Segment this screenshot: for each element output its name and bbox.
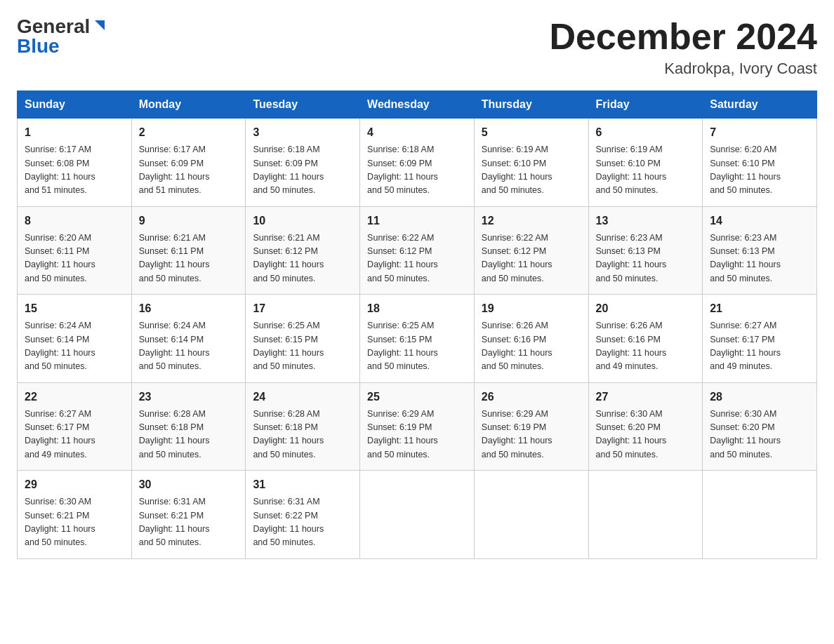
day-number: 18 (367, 300, 467, 317)
day-cell: 11Sunrise: 6:22 AM Sunset: 6:12 PM Dayli… (360, 206, 475, 295)
day-number: 2 (139, 124, 239, 141)
column-header-friday: Friday (588, 91, 703, 119)
day-info: Sunrise: 6:21 AM Sunset: 6:12 PM Dayligh… (253, 232, 352, 286)
day-number: 11 (367, 213, 467, 229)
day-cell: 15Sunrise: 6:24 AM Sunset: 6:14 PM Dayli… (18, 295, 132, 383)
day-cell: 8Sunrise: 6:20 AM Sunset: 6:11 PM Daylig… (18, 206, 132, 295)
day-cell: 20Sunrise: 6:26 AM Sunset: 6:16 PM Dayli… (588, 295, 703, 383)
day-cell: 30Sunrise: 6:31 AM Sunset: 6:21 PM Dayli… (131, 471, 246, 559)
day-cell: 27Sunrise: 6:30 AM Sunset: 6:20 PM Dayli… (588, 382, 703, 471)
week-row-4: 22Sunrise: 6:27 AM Sunset: 6:17 PM Dayli… (18, 382, 817, 471)
day-info: Sunrise: 6:21 AM Sunset: 6:11 PM Dayligh… (139, 232, 239, 286)
day-info: Sunrise: 6:28 AM Sunset: 6:18 PM Dayligh… (253, 408, 352, 462)
column-header-monday: Monday (131, 91, 246, 119)
day-number: 24 (253, 389, 352, 405)
day-number: 30 (139, 476, 239, 493)
week-row-2: 8Sunrise: 6:20 AM Sunset: 6:11 PM Daylig… (18, 206, 817, 295)
day-number: 14 (710, 213, 809, 229)
day-number: 23 (139, 389, 239, 405)
day-info: Sunrise: 6:30 AM Sunset: 6:20 PM Dayligh… (596, 408, 696, 462)
day-cell: 1Sunrise: 6:17 AM Sunset: 6:08 PM Daylig… (18, 119, 132, 207)
logo-general-text: General (17, 17, 90, 36)
day-cell: 2Sunrise: 6:17 AM Sunset: 6:09 PM Daylig… (131, 119, 246, 207)
day-number: 13 (596, 213, 696, 229)
day-cell: 7Sunrise: 6:20 AM Sunset: 6:10 PM Daylig… (703, 119, 817, 207)
day-cell: 6Sunrise: 6:19 AM Sunset: 6:10 PM Daylig… (588, 119, 703, 207)
day-cell: 24Sunrise: 6:28 AM Sunset: 6:18 PM Dayli… (246, 382, 360, 471)
day-info: Sunrise: 6:24 AM Sunset: 6:14 PM Dayligh… (25, 319, 124, 374)
day-number: 26 (482, 389, 581, 405)
logo-arrow-icon (92, 18, 107, 36)
day-cell: 29Sunrise: 6:30 AM Sunset: 6:21 PM Dayli… (18, 471, 132, 559)
day-cell: 26Sunrise: 6:29 AM Sunset: 6:19 PM Dayli… (474, 382, 588, 471)
column-header-tuesday: Tuesday (246, 91, 360, 119)
day-info: Sunrise: 6:17 AM Sunset: 6:09 PM Dayligh… (139, 143, 239, 198)
day-info: Sunrise: 6:29 AM Sunset: 6:19 PM Dayligh… (482, 408, 581, 462)
day-cell: 25Sunrise: 6:29 AM Sunset: 6:19 PM Dayli… (360, 382, 475, 471)
title-block: December 2024 Kadrokpa, Ivory Coast (549, 17, 817, 78)
day-number: 31 (253, 476, 352, 493)
day-cell: 18Sunrise: 6:25 AM Sunset: 6:15 PM Dayli… (360, 295, 475, 383)
day-number: 28 (710, 389, 809, 405)
day-cell: 4Sunrise: 6:18 AM Sunset: 6:09 PM Daylig… (360, 119, 475, 207)
day-info: Sunrise: 6:26 AM Sunset: 6:16 PM Dayligh… (596, 319, 696, 374)
week-row-5: 29Sunrise: 6:30 AM Sunset: 6:21 PM Dayli… (18, 471, 817, 559)
day-number: 22 (25, 389, 124, 405)
day-cell: 17Sunrise: 6:25 AM Sunset: 6:15 PM Dayli… (246, 295, 360, 383)
week-row-3: 15Sunrise: 6:24 AM Sunset: 6:14 PM Dayli… (18, 295, 817, 383)
day-info: Sunrise: 6:25 AM Sunset: 6:15 PM Dayligh… (367, 319, 467, 374)
calendar-header-row: SundayMondayTuesdayWednesdayThursdayFrid… (18, 91, 817, 119)
day-number: 29 (25, 476, 124, 493)
day-cell: 19Sunrise: 6:26 AM Sunset: 6:16 PM Dayli… (474, 295, 588, 383)
day-info: Sunrise: 6:22 AM Sunset: 6:12 PM Dayligh… (482, 232, 581, 286)
day-number: 17 (253, 300, 352, 317)
day-info: Sunrise: 6:17 AM Sunset: 6:08 PM Dayligh… (25, 143, 124, 198)
day-info: Sunrise: 6:30 AM Sunset: 6:20 PM Dayligh… (710, 408, 809, 462)
day-info: Sunrise: 6:18 AM Sunset: 6:09 PM Dayligh… (367, 143, 467, 198)
day-number: 15 (25, 300, 124, 317)
day-number: 21 (710, 300, 809, 317)
day-cell (588, 471, 703, 559)
day-cell: 21Sunrise: 6:27 AM Sunset: 6:17 PM Dayli… (703, 295, 817, 383)
day-info: Sunrise: 6:27 AM Sunset: 6:17 PM Dayligh… (710, 319, 809, 374)
day-cell (703, 471, 817, 559)
column-header-sunday: Sunday (18, 91, 132, 119)
day-cell: 10Sunrise: 6:21 AM Sunset: 6:12 PM Dayli… (246, 206, 360, 295)
day-info: Sunrise: 6:27 AM Sunset: 6:17 PM Dayligh… (25, 408, 124, 462)
day-number: 19 (482, 300, 581, 317)
day-info: Sunrise: 6:30 AM Sunset: 6:21 PM Dayligh… (25, 495, 124, 550)
day-number: 12 (482, 213, 581, 229)
day-number: 25 (367, 389, 467, 405)
day-number: 8 (25, 213, 124, 229)
svg-marker-0 (95, 20, 105, 30)
day-info: Sunrise: 6:19 AM Sunset: 6:10 PM Dayligh… (596, 143, 696, 198)
day-number: 10 (253, 213, 352, 229)
day-cell: 31Sunrise: 6:31 AM Sunset: 6:22 PM Dayli… (246, 471, 360, 559)
day-info: Sunrise: 6:20 AM Sunset: 6:10 PM Dayligh… (710, 143, 809, 198)
day-number: 27 (596, 389, 696, 405)
day-info: Sunrise: 6:26 AM Sunset: 6:16 PM Dayligh… (482, 319, 581, 374)
day-cell: 16Sunrise: 6:24 AM Sunset: 6:14 PM Dayli… (131, 295, 246, 383)
day-cell (474, 471, 588, 559)
day-info: Sunrise: 6:31 AM Sunset: 6:22 PM Dayligh… (253, 495, 352, 550)
day-info: Sunrise: 6:22 AM Sunset: 6:12 PM Dayligh… (367, 232, 467, 286)
page-header: General Blue December 2024 Kadrokpa, Ivo… (17, 17, 817, 78)
day-cell: 5Sunrise: 6:19 AM Sunset: 6:10 PM Daylig… (474, 119, 588, 207)
week-row-1: 1Sunrise: 6:17 AM Sunset: 6:08 PM Daylig… (18, 119, 817, 207)
day-number: 20 (596, 300, 696, 317)
day-info: Sunrise: 6:23 AM Sunset: 6:13 PM Dayligh… (710, 232, 809, 286)
day-info: Sunrise: 6:24 AM Sunset: 6:14 PM Dayligh… (139, 319, 239, 374)
day-cell: 3Sunrise: 6:18 AM Sunset: 6:09 PM Daylig… (246, 119, 360, 207)
day-number: 4 (367, 124, 467, 141)
column-header-saturday: Saturday (703, 91, 817, 119)
day-info: Sunrise: 6:18 AM Sunset: 6:09 PM Dayligh… (253, 143, 352, 198)
calendar-table: SundayMondayTuesdayWednesdayThursdayFrid… (17, 90, 817, 559)
day-cell: 23Sunrise: 6:28 AM Sunset: 6:18 PM Dayli… (131, 382, 246, 471)
day-number: 16 (139, 300, 239, 317)
column-header-thursday: Thursday (474, 91, 588, 119)
day-cell: 28Sunrise: 6:30 AM Sunset: 6:20 PM Dayli… (703, 382, 817, 471)
day-number: 9 (139, 213, 239, 229)
day-cell: 22Sunrise: 6:27 AM Sunset: 6:17 PM Dayli… (18, 382, 132, 471)
day-info: Sunrise: 6:31 AM Sunset: 6:21 PM Dayligh… (139, 495, 239, 550)
day-cell: 13Sunrise: 6:23 AM Sunset: 6:13 PM Dayli… (588, 206, 703, 295)
